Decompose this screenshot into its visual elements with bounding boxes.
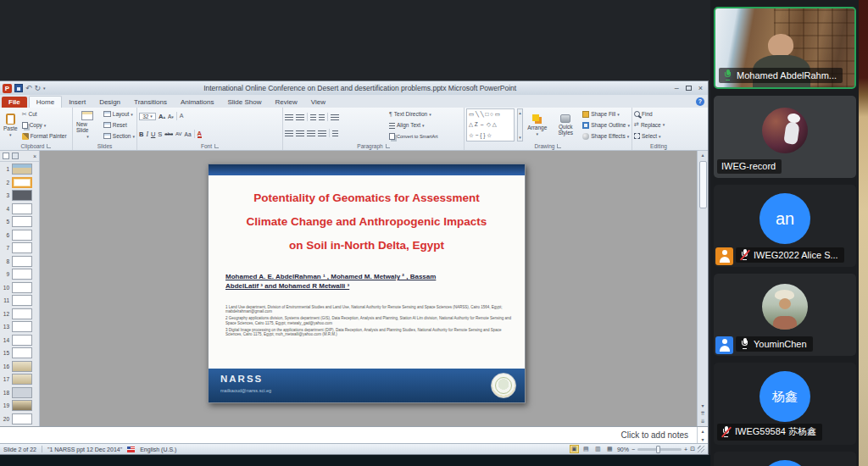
tab-review[interactable]: Review [268,97,303,108]
find-button[interactable]: Find [634,111,665,117]
italic-button[interactable]: I [146,130,148,138]
slide-thumbnail-8[interactable]: 8 [0,255,39,269]
convert-to-smartart-button[interactable]: Convert to SmartArt [389,133,462,140]
participant-tile-alice[interactable]: an IWEG2022 Alice S... [714,185,856,267]
text-direction-button[interactable]: ¶ Text Direction ▾ [389,111,462,118]
strikethrough-button[interactable]: abc [164,131,173,136]
previous-slide-icon[interactable]: ⇈ [700,410,704,418]
cut-button[interactable]: ✂ Cut [22,111,67,118]
columns-icon[interactable] [332,130,338,136]
tab-file[interactable]: File [2,97,27,108]
slide-thumbnail-5[interactable]: 5 [0,215,39,229]
zoom-slider-thumb[interactable] [656,446,660,453]
tab-transitions[interactable]: Transitions [127,97,174,108]
bullets-icon[interactable] [285,114,293,120]
drawing-dialog-launcher-icon[interactable] [557,144,561,148]
slide-number-indicator[interactable]: Slide 2 of 22 [3,447,36,452]
undo-icon[interactable]: ↶ [25,84,32,92]
replace-button[interactable]: ⇄ Replace ▾ [634,121,665,128]
change-case-button[interactable]: Aa [185,131,192,137]
shadow-button[interactable]: S [158,130,162,138]
language-indicator[interactable]: English (U.S.) [140,447,176,452]
shape-fill-button[interactable]: Shape Fill ▾ [582,111,630,118]
justify-icon[interactable] [318,130,326,136]
shape-outline-button[interactable]: Shape Outline ▾ [582,122,630,129]
increase-indent-icon[interactable] [319,114,325,120]
slide-thumbnail-10[interactable]: 10 [0,281,39,295]
zoom-out-icon[interactable]: − [632,447,635,452]
bold-button[interactable]: B [139,130,143,138]
tab-design[interactable]: Design [92,97,127,108]
vertical-scrollbar[interactable]: ▴ ▾ ⇈ ⇊ [697,151,708,426]
slide-thumbnail-1[interactable]: 1 [0,163,39,176]
slide-thumbnail-7[interactable]: 7 [0,241,39,255]
notes-placeholder[interactable]: Click to add notes [0,430,697,440]
format-painter-button[interactable]: Format Painter [22,133,67,140]
slide-thumbnail-18[interactable]: 18 [0,386,39,400]
redo-icon[interactable]: ↻ [35,84,42,92]
slide-thumbnail-2-selected[interactable]: 2 [0,176,39,190]
participant-tile-partial[interactable] [714,452,856,466]
slide-canvas[interactable]: Potentiality of Geomatics for Assessment… [40,151,697,426]
font-dialog-launcher-icon[interactable] [214,144,219,148]
slide-affiliations-textbox[interactable]: 1 Land Use department, Division of Envir… [225,305,513,339]
slides-tab-icon[interactable] [3,153,9,159]
tab-animations[interactable]: Animations [174,97,221,108]
outline-tab-icon[interactable] [12,153,19,159]
clear-formatting-icon[interactable]: A [180,113,184,119]
resize-grip-icon[interactable] [698,446,704,452]
participant-tile-mohamed[interactable]: Mohamed AbdelRahm... [714,7,856,89]
shrink-font-button[interactable]: A▾ [168,114,174,119]
minimize-button[interactable]: – [675,84,679,92]
participant-tile-iweg-record[interactable]: IWEG-record [714,96,856,178]
slide-thumbnail-19[interactable]: 19 [0,399,39,413]
zoom-in-icon[interactable]: + [684,447,687,452]
line-spacing-icon[interactable] [331,114,339,120]
slide-title-textbox[interactable]: Potentiality of Geomatics for Assessment… [215,186,518,258]
layout-button[interactable]: Layout ▾ [103,111,135,117]
paragraph-dialog-launcher-icon[interactable] [386,144,390,148]
shapes-gallery-scroll[interactable]: ▴ ▾ [517,108,523,141]
tab-insert[interactable]: Insert [62,97,92,108]
save-icon[interactable] [14,84,23,92]
slide-sorter-view-button[interactable]: ▤ [581,445,591,453]
scroll-up-icon[interactable]: ▴ [701,152,704,159]
align-text-button[interactable]: Align Text ▾ [389,122,462,129]
new-slide-button[interactable]: New Slide ▾ [75,108,101,141]
underline-button[interactable]: U [151,130,155,138]
shape-effects-button[interactable]: Shape Effects ▾ [582,133,630,140]
tab-home[interactable]: Home [29,96,62,108]
align-right-icon[interactable] [307,130,315,136]
section-button[interactable]: Section ▾ [103,133,135,139]
select-button[interactable]: Select ▾ [634,133,665,139]
notes-pane[interactable]: Click to add notes ▴ ▾ [0,426,708,443]
close-button[interactable]: × [698,84,703,92]
slide-authors-textbox[interactable]: Mohamed A. E. AbdelRahman ¹ , Mohamed M.… [225,272,511,291]
paste-button[interactable]: Paste ▾ [2,108,19,141]
notes-scrollbar[interactable]: ▴ ▾ [697,427,708,443]
tab-view[interactable]: View [304,97,332,108]
slide-2[interactable]: Potentiality of Geomatics for Assessment… [208,164,526,403]
slide-thumbnail-9[interactable]: 9 [0,268,39,281]
slide-thumbnail-14[interactable]: 14 [0,334,39,347]
font-color-button[interactable]: A [198,130,202,138]
quick-styles-button[interactable]: Quick Styles [551,108,580,141]
scrollbar-thumb[interactable] [699,161,707,208]
participant-tile-youminchen[interactable]: YouminChen [714,274,856,356]
slide-thumbnail-12[interactable]: 12 [0,308,39,321]
copy-button[interactable]: Copy ▾ [22,122,67,129]
align-center-icon[interactable] [296,130,304,136]
next-slide-icon[interactable]: ⇊ [700,418,704,425]
slide-thumbnail-16[interactable]: 16 [0,360,39,374]
restore-button[interactable] [686,86,692,91]
notes-scroll-up-icon[interactable]: ▴ [701,428,704,434]
fit-to-window-icon[interactable]: ⊡ [690,446,695,452]
align-left-icon[interactable] [285,130,293,136]
shapes-scroll-up-icon[interactable]: ▴ [519,110,521,115]
shapes-gallery[interactable]: ▭ ╲ ╲ □ ○ ▭ △ Z ⇔ ◇ △ ☆ ~ { } ☆ [466,108,515,141]
zoom-slider[interactable] [637,448,682,451]
close-panel-icon[interactable]: × [33,153,36,159]
grow-font-button[interactable]: A▴ [159,113,165,120]
slide-thumbnail-3[interactable]: 3 [0,189,39,202]
participant-tile-yangxin[interactable]: 杨鑫 IWEG59584 苏杨鑫 [714,363,856,445]
